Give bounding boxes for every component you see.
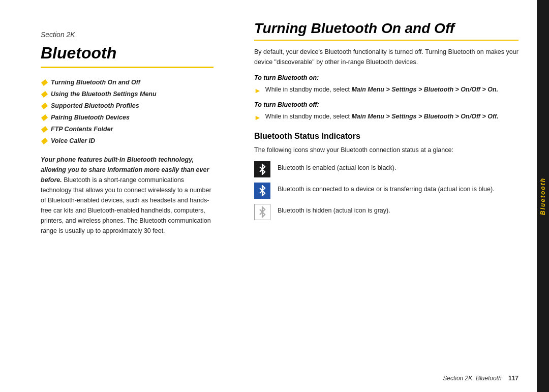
bluetooth-enabled-icon bbox=[254, 161, 270, 177]
toc-item-label: Turning Bluetooth On and Off bbox=[51, 79, 140, 86]
turn-off-label: To turn Bluetooth off: bbox=[254, 101, 518, 108]
toc-bullet: ◆ bbox=[41, 101, 47, 110]
side-tab-label: Bluetooth bbox=[539, 177, 546, 215]
toc-bullet: ◆ bbox=[41, 124, 47, 134]
toc-item-3[interactable]: ◆ Supported Bluetooth Profiles bbox=[41, 101, 214, 110]
status-text-1: Bluetooth is enabled (actual icon is bla… bbox=[278, 161, 396, 173]
status-list: Bluetooth is enabled (actual icon is bla… bbox=[254, 161, 518, 220]
page-heading: Turning Bluetooth On and Off bbox=[254, 20, 518, 41]
right-intro: By default, your device's Bluetooth func… bbox=[254, 47, 518, 67]
status-text-3: Bluetooth is hidden (actual icon is gray… bbox=[278, 204, 390, 216]
footer-text: Section 2K. Bluetooth bbox=[443, 375, 501, 382]
toc-item-2[interactable]: ◆ Using the Bluetooth Settings Menu bbox=[41, 89, 214, 99]
left-column: Section 2K Bluetooth ◆ Turning Bluetooth… bbox=[0, 0, 234, 392]
page-number: 117 bbox=[508, 375, 518, 382]
turn-off-instruction: ► While in standby mode, select Main Men… bbox=[254, 111, 518, 123]
turn-on-text: While in standby mode, select Main Menu … bbox=[265, 84, 498, 95]
toc-bullet: ◆ bbox=[41, 77, 47, 87]
toc-bullet: ◆ bbox=[41, 136, 47, 145]
yellow-rule bbox=[41, 67, 214, 68]
turn-on-instruction: ► While in standby mode, select Main Men… bbox=[254, 84, 518, 96]
page-footer: Section 2K. Bluetooth 117 bbox=[443, 375, 518, 382]
turn-off-text: While in standby mode, select Main Menu … bbox=[265, 111, 499, 122]
toc-item-4[interactable]: ◆ Pairing Bluetooth Devices bbox=[41, 112, 214, 122]
status-item-1: Bluetooth is enabled (actual icon is bla… bbox=[254, 161, 518, 177]
intro-paragraph: Your phone features built-in Bluetooth t… bbox=[41, 155, 214, 236]
toc-item-label: Supported Bluetooth Profiles bbox=[51, 102, 139, 109]
toc-item-label: Using the Bluetooth Settings Menu bbox=[51, 91, 157, 98]
status-section-title: Bluetooth Status Indicators bbox=[254, 132, 518, 141]
section-label: Section 2K bbox=[41, 31, 214, 39]
bluetooth-hidden-icon bbox=[254, 204, 270, 220]
intro-normal: Bluetooth is a short-range communication… bbox=[41, 176, 211, 234]
page-content: Section 2K Bluetooth ◆ Turning Bluetooth… bbox=[0, 0, 549, 392]
status-item-3: Bluetooth is hidden (actual icon is gray… bbox=[254, 204, 518, 220]
toc-item-1[interactable]: ◆ Turning Bluetooth On and Off bbox=[41, 77, 214, 87]
side-tab: Bluetooth bbox=[537, 0, 549, 392]
toc-list: ◆ Turning Bluetooth On and Off ◆ Using t… bbox=[41, 77, 214, 145]
toc-item-5[interactable]: ◆ FTP Contents Folder bbox=[41, 124, 214, 134]
right-column: Turning Bluetooth On and Off By default,… bbox=[234, 0, 549, 392]
toc-item-label: FTP Contents Folder bbox=[51, 126, 113, 133]
status-text-2: Bluetooth is connected to a device or is… bbox=[278, 183, 495, 194]
arrow-icon: ► bbox=[254, 85, 261, 96]
toc-item-label: Voice Caller ID bbox=[51, 137, 95, 144]
arrow-icon: ► bbox=[254, 112, 261, 123]
toc-item-label: Pairing Bluetooth Devices bbox=[51, 114, 130, 121]
status-desc: The following icons show your Bluetooth … bbox=[254, 145, 518, 155]
bluetooth-connected-icon bbox=[254, 183, 270, 199]
toc-item-6[interactable]: ◆ Voice Caller ID bbox=[41, 136, 214, 145]
status-item-2: Bluetooth is connected to a device or is… bbox=[254, 183, 518, 199]
toc-bullet: ◆ bbox=[41, 89, 47, 99]
turn-on-label: To turn Bluetooth on: bbox=[254, 74, 518, 81]
toc-bullet: ◆ bbox=[41, 112, 47, 122]
chapter-title: Bluetooth bbox=[41, 44, 214, 63]
